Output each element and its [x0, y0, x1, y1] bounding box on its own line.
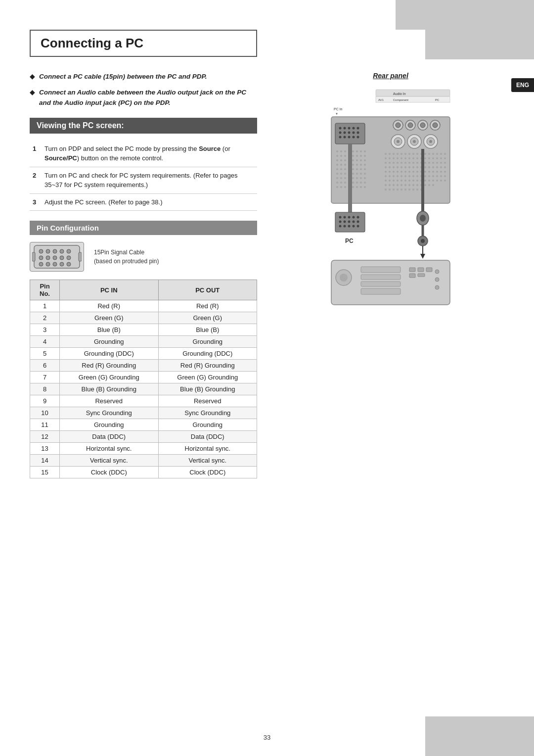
pin-number-cell: 8 [30, 383, 60, 395]
svg-rect-298 [361, 282, 400, 286]
pin-value-cell: Grounding [60, 419, 159, 431]
svg-point-66 [360, 150, 362, 152]
svg-point-306 [435, 278, 439, 282]
svg-point-108 [336, 177, 338, 179]
svg-point-135 [397, 153, 399, 155]
svg-point-208 [432, 171, 434, 173]
svg-point-179 [444, 162, 446, 164]
svg-point-215 [397, 175, 399, 177]
svg-point-261 [400, 189, 402, 190]
svg-text:Audio In: Audio In [393, 92, 406, 95]
svg-point-273 [357, 216, 359, 219]
svg-point-183 [397, 166, 399, 168]
svg-point-138 [408, 153, 410, 155]
svg-rect-296 [361, 267, 400, 273]
svg-point-245 [389, 184, 391, 186]
svg-point-269 [339, 216, 342, 219]
svg-point-168 [400, 162, 402, 164]
svg-point-106 [360, 173, 362, 175]
svg-point-104 [352, 173, 354, 175]
pin-table-row: 15Clock (DDC)Clock (DDC) [30, 467, 257, 478]
page-title-bar: Connecting a PC [30, 30, 257, 57]
pin-value-cell: Green (G) [158, 312, 257, 324]
svg-point-81 [356, 159, 358, 161]
svg-point-60 [336, 150, 338, 152]
svg-text:PC: PC [345, 237, 354, 244]
svg-point-67 [364, 150, 366, 152]
right-column: Rear panel Audio In AV1 Component PC PC … [277, 72, 504, 478]
svg-point-176 [432, 162, 434, 164]
page: ENG Connecting a PC ◆ Connect a PC cable… [0, 0, 534, 756]
pin-table-row: 2Green (G)Green (G) [30, 312, 257, 324]
svg-point-214 [393, 175, 395, 177]
svg-point-186 [408, 166, 410, 168]
svg-point-243 [444, 180, 446, 182]
pin-table-row: 11GroundingGrounding [30, 419, 257, 431]
svg-point-74 [360, 155, 362, 157]
pin-number-cell: 11 [30, 419, 60, 431]
svg-point-241 [436, 180, 438, 182]
svg-point-115 [364, 177, 366, 179]
svg-point-151 [397, 157, 399, 159]
svg-point-187 [412, 166, 414, 168]
svg-point-132 [385, 153, 387, 155]
svg-point-78 [344, 159, 346, 161]
svg-point-171 [412, 162, 414, 164]
connection-diagram-svg: Audio In AV1 Component PC PC In ▼ [312, 85, 470, 362]
svg-point-100 [336, 173, 338, 175]
svg-point-211 [444, 171, 446, 173]
svg-point-236 [416, 180, 418, 182]
svg-point-50 [433, 123, 438, 128]
svg-point-277 [353, 221, 355, 223]
svg-point-90 [360, 164, 362, 166]
svg-rect-17 [79, 252, 82, 261]
svg-point-206 [424, 171, 426, 173]
svg-point-41 [353, 136, 355, 139]
pin-number-cell: 10 [30, 407, 60, 419]
svg-point-185 [404, 166, 406, 168]
page-title: Connecting a PC [41, 36, 246, 51]
pin-config-heading: Pin Configuration [30, 221, 257, 235]
svg-point-30 [348, 127, 351, 130]
svg-point-107 [364, 173, 366, 175]
step-text: Turn on PDP and select the PC mode by pr… [42, 141, 257, 167]
svg-point-231 [397, 180, 399, 182]
svg-point-262 [404, 189, 406, 190]
svg-point-271 [348, 216, 351, 219]
bullet-text-1: Connect a PC cable (15pin) between the P… [39, 72, 207, 82]
svg-rect-302 [426, 268, 432, 272]
svg-point-113 [356, 177, 358, 179]
svg-point-276 [348, 221, 351, 223]
svg-point-217 [404, 175, 406, 177]
svg-point-202 [408, 171, 410, 173]
svg-point-225 [436, 175, 438, 177]
svg-point-226 [440, 175, 442, 177]
svg-point-224 [432, 175, 434, 177]
pin-value-cell: Blue (B) [60, 324, 159, 336]
svg-point-229 [389, 180, 391, 182]
svg-point-249 [404, 184, 406, 186]
svg-point-152 [400, 157, 402, 159]
svg-point-143 [428, 153, 430, 155]
pin-value-cell: Data (DDC) [158, 431, 257, 443]
svg-point-105 [356, 173, 358, 175]
pin-table-row: 9ReservedReserved [30, 395, 257, 407]
step-text: Adjust the PC screen. (Refer to page 38.… [42, 193, 257, 211]
pin-table-header: Pin No. [30, 280, 60, 300]
svg-point-120 [352, 182, 354, 184]
page-number: 33 [264, 734, 270, 741]
svg-point-270 [344, 216, 346, 219]
svg-point-77 [340, 159, 342, 161]
svg-point-155 [412, 157, 414, 159]
svg-point-197 [389, 171, 391, 173]
svg-point-2 [46, 249, 50, 253]
svg-point-148 [385, 157, 387, 159]
pin-value-cell: Grounding [158, 336, 257, 348]
svg-point-153 [404, 157, 406, 159]
svg-point-156 [416, 157, 418, 159]
pin-number-cell: 3 [30, 324, 60, 336]
svg-point-272 [353, 216, 355, 219]
svg-point-82 [360, 159, 362, 161]
svg-marker-291 [420, 254, 425, 259]
pin-table-row: 12Data (DDC)Data (DDC) [30, 431, 257, 443]
